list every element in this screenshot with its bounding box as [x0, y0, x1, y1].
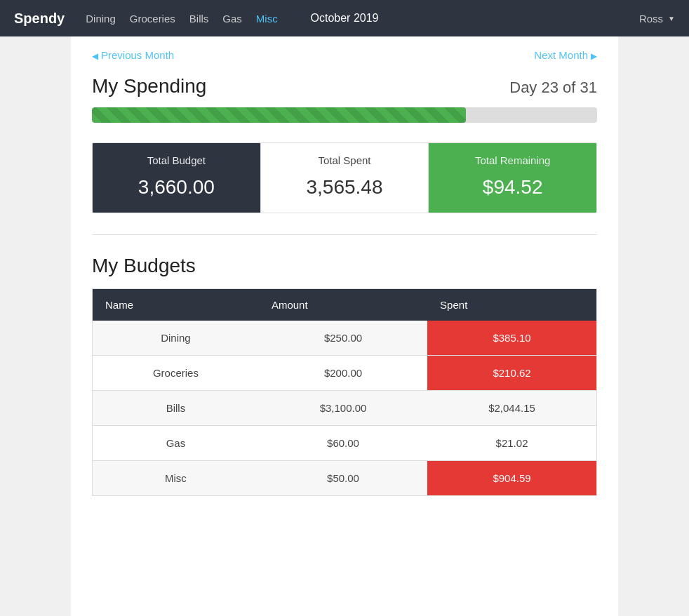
budget-row-spent: $385.10 — [427, 321, 596, 356]
day-info: Day 23 of 31 — [509, 79, 597, 97]
main-content: Previous Month Next Month My Spending Da… — [71, 36, 618, 616]
navbar-link-dining[interactable]: Dining — [86, 13, 116, 25]
col-name-header: Name — [93, 289, 259, 321]
table-row[interactable]: Misc$50.00$904.59 — [93, 461, 597, 496]
navbar-month-title: October 2019 — [311, 12, 379, 25]
total-budget-card: Total Budget 3,660.00 — [93, 143, 260, 213]
month-navigation: Previous Month Next Month — [71, 36, 618, 68]
navbar-link-gas[interactable]: Gas — [222, 13, 242, 25]
budgets-section: My Budgets Name Amount Spent Dining$250.… — [71, 235, 618, 524]
next-month-button[interactable]: Next Month — [534, 49, 597, 61]
navbar-user[interactable]: Ross▼ — [639, 13, 675, 25]
table-row[interactable]: Bills$3,100.00$2,044.15 — [93, 391, 597, 426]
total-spent-label: Total Spent — [275, 154, 415, 166]
spending-header: My Spending Day 23 of 31 — [92, 75, 597, 98]
spending-section: My Spending Day 23 of 31 Total Budget 3,… — [71, 68, 618, 234]
col-spent-header: Spent — [427, 289, 596, 321]
navbar-link-groceries[interactable]: Groceries — [130, 13, 175, 25]
budget-row-amount: $50.00 — [259, 461, 427, 496]
budget-row-spent: $210.62 — [427, 356, 596, 391]
total-budget-label: Total Budget — [107, 154, 246, 166]
next-month-label: Next Month — [534, 49, 588, 61]
prev-month-arrow-icon — [92, 49, 98, 61]
budget-row-amount: $250.00 — [259, 321, 427, 356]
budget-row-spent: $904.59 — [427, 461, 596, 496]
budget-row-spent: $2,044.15 — [427, 391, 596, 426]
total-remaining-card: Total Remaining $94.52 — [429, 143, 596, 213]
next-month-arrow-icon — [591, 49, 597, 61]
total-spent-value: 3,565.48 — [275, 176, 415, 199]
budget-row-name: Bills — [93, 391, 259, 426]
navbar-link-bills[interactable]: Bills — [189, 13, 209, 25]
budget-row-name: Gas — [93, 426, 259, 461]
prev-month-button[interactable]: Previous Month — [92, 49, 174, 61]
progress-bar-fill — [92, 107, 466, 123]
budgets-table: Name Amount Spent Dining$250.00$385.10Gr… — [92, 288, 597, 496]
navbar-link-misc[interactable]: Misc — [256, 13, 278, 25]
budget-row-name: Misc — [93, 461, 259, 496]
table-row[interactable]: Groceries$200.00$210.62 — [93, 356, 597, 391]
total-remaining-label: Total Remaining — [443, 154, 582, 166]
table-row[interactable]: Gas$60.00$21.02 — [93, 426, 597, 461]
budget-cards: Total Budget 3,660.00 Total Spent 3,565.… — [92, 142, 597, 213]
budgets-title: My Budgets — [92, 255, 597, 277]
budget-row-amount: $200.00 — [259, 356, 427, 391]
navbar: Spendy Dining Groceries Bills Gas Misc O… — [0, 0, 689, 36]
app-brand[interactable]: Spendy — [14, 11, 65, 27]
table-row[interactable]: Dining$250.00$385.10 — [93, 321, 597, 356]
total-budget-value: 3,660.00 — [107, 176, 246, 199]
budget-row-spent: $21.02 — [427, 426, 596, 461]
budget-row-name: Groceries — [93, 356, 259, 391]
progress-bar-container — [92, 107, 597, 123]
budget-row-name: Dining — [93, 321, 259, 356]
total-remaining-value: $94.52 — [443, 176, 582, 199]
prev-month-label: Previous Month — [101, 49, 174, 61]
total-spent-card: Total Spent 3,565.48 — [260, 143, 429, 213]
col-amount-header: Amount — [259, 289, 427, 321]
budget-row-amount: $60.00 — [259, 426, 427, 461]
user-dropdown-icon: ▼ — [668, 15, 675, 22]
table-header-row: Name Amount Spent — [93, 289, 597, 321]
budget-row-amount: $3,100.00 — [259, 391, 427, 426]
spending-title: My Spending — [92, 75, 206, 98]
